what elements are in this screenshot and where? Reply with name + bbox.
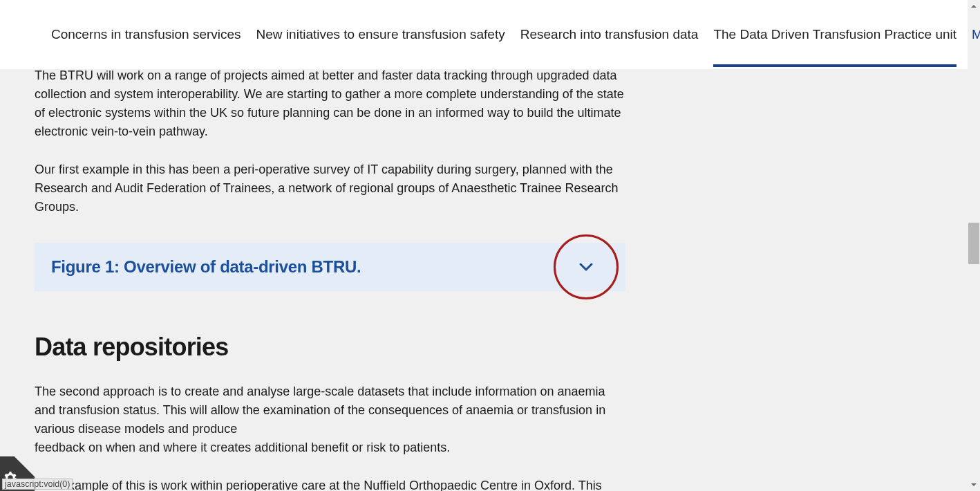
highlight-circle	[554, 234, 619, 299]
chevron-down-icon	[579, 263, 593, 271]
nav-item-concerns[interactable]: Concerns in transfusion services	[51, 2, 241, 67]
nav-item-data-driven-unit[interactable]: The Data Driven Transfusion Practice uni…	[713, 2, 957, 67]
figure-accordion[interactable]: Figure 1: Overview of data-driven BTRU.	[35, 243, 625, 291]
top-nav: Concerns in transfusion services New ini…	[0, 0, 968, 69]
accordion-title: Figure 1: Overview of data-driven BTRU.	[51, 257, 361, 277]
paragraph: Our first example in this has been a per…	[35, 160, 625, 216]
scroll-track[interactable]	[968, 12, 980, 479]
paragraph: The BTRU will work on a range of project…	[35, 66, 625, 141]
nav-more-button[interactable]: More…	[972, 2, 980, 67]
section-heading-data-repositories: Data repositories	[35, 333, 968, 362]
nav-item-research[interactable]: Research into transfusion data	[520, 2, 699, 67]
scroll-down-button[interactable]	[968, 479, 980, 491]
status-bar-link-preview: javascript:void(0)	[2, 479, 73, 490]
chevron-down-icon	[970, 481, 977, 488]
paragraph: The second approach is to create and ana…	[35, 382, 625, 457]
vertical-scrollbar[interactable]	[968, 0, 980, 491]
paragraph: One example of this is work within perio…	[35, 476, 625, 491]
scroll-thumb[interactable]	[968, 223, 979, 264]
nav-item-new-initiatives[interactable]: New initiatives to ensure transfusion sa…	[256, 2, 505, 67]
article-body: The BTRU will work on a range of project…	[0, 69, 968, 491]
nav-more-label: More…	[972, 27, 980, 42]
